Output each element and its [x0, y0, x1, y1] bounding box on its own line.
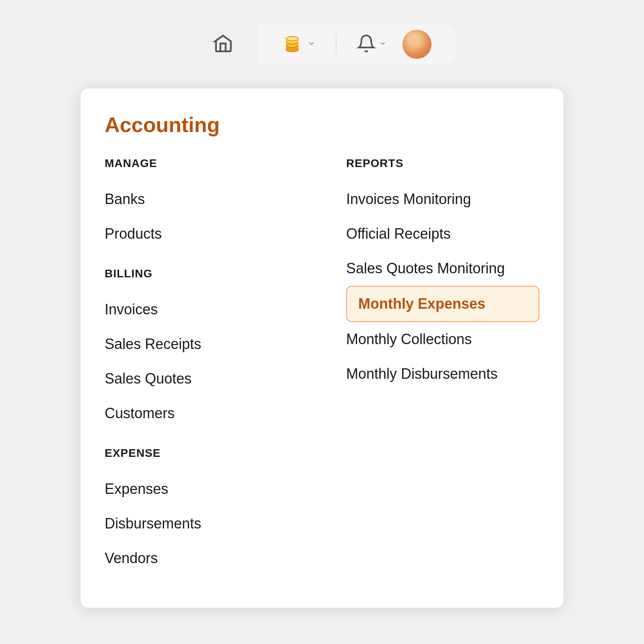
- section-expense-header: EXPENSE: [105, 447, 298, 460]
- avatar[interactable]: [402, 30, 431, 59]
- section-manage-header: MANAGE: [105, 157, 298, 170]
- section-manage: MANAGE Banks Products: [105, 157, 298, 251]
- section-billing: BILLING Invoices Sales Receipts Sales Qu…: [105, 267, 298, 431]
- menu-item-official-receipts[interactable]: Official Receipts: [346, 217, 539, 251]
- coins-icon: [282, 33, 303, 56]
- menu-item-products[interactable]: Products: [105, 217, 298, 251]
- section-billing-header: BILLING: [105, 267, 298, 280]
- menu-item-banks[interactable]: Banks: [105, 182, 298, 217]
- accounting-button[interactable]: [282, 33, 316, 56]
- section-reports: REPORTS Invoices Monitoring Official Rec…: [346, 157, 539, 391]
- svg-point-6: [286, 37, 298, 41]
- menu-item-expenses[interactable]: Expenses: [105, 472, 298, 506]
- menu-item-disbursements[interactable]: Disbursements: [105, 506, 298, 541]
- topbar-divider: [336, 34, 336, 54]
- menu-item-invoices[interactable]: Invoices: [105, 292, 298, 327]
- avatar-image: [402, 30, 431, 59]
- menu-col-right: REPORTS Invoices Monitoring Official Rec…: [322, 157, 539, 576]
- topbar: [0, 0, 644, 89]
- menu-col-left: MANAGE Banks Products BILLING Invoices S…: [105, 157, 322, 576]
- menu-item-sales-quotes[interactable]: Sales Quotes: [105, 361, 298, 396]
- menu-item-invoices-monitoring[interactable]: Invoices Monitoring: [346, 182, 539, 217]
- bell-icon: [357, 34, 376, 55]
- menu-title: Accounting: [105, 113, 539, 137]
- accounting-dropdown-menu: Accounting MANAGE Banks Products BILLING…: [80, 89, 564, 608]
- menu-item-vendors[interactable]: Vendors: [105, 541, 298, 576]
- menu-item-sales-quotes-monitoring[interactable]: Sales Quotes Monitoring: [346, 251, 539, 286]
- menu-item-monthly-collections[interactable]: Monthly Collections: [346, 322, 539, 357]
- notification-chevron-icon: [379, 40, 386, 49]
- accounting-chevron-icon: [308, 39, 316, 49]
- section-reports-header: REPORTS: [346, 157, 539, 170]
- notification-button[interactable]: [357, 34, 386, 55]
- section-expense: EXPENSE Expenses Disbursements Vendors: [105, 447, 298, 576]
- home-icon: [213, 33, 233, 56]
- menu-item-customers[interactable]: Customers: [105, 396, 298, 431]
- menu-columns: MANAGE Banks Products BILLING Invoices S…: [105, 157, 539, 576]
- menu-item-monthly-disbursements[interactable]: Monthly Disbursements: [346, 357, 539, 391]
- home-button[interactable]: [213, 33, 233, 56]
- dropdown-container: Accounting MANAGE Banks Products BILLING…: [80, 89, 564, 608]
- menu-item-sales-receipts[interactable]: Sales Receipts: [105, 327, 298, 361]
- menu-item-monthly-expenses[interactable]: Monthly Expenses: [346, 286, 539, 322]
